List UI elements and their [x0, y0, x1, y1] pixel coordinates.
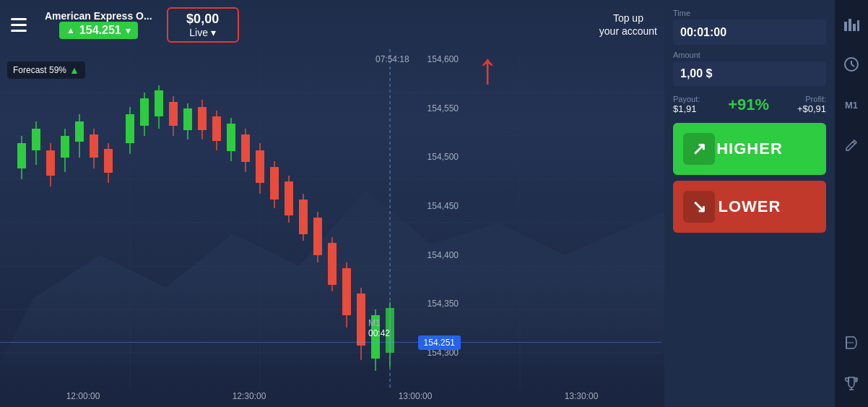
svg-rect-56 [342, 268, 351, 315]
time-label-3: 13:00:00 [399, 391, 433, 401]
live-row: Live ▾ [189, 27, 216, 38]
time-axis: 12:00:00 12:30:00 13:00:00 13:30:00 [0, 391, 664, 401]
price-label-2: 154,550 [428, 103, 459, 113]
svg-rect-64 [844, 22, 847, 31]
svg-rect-12 [17, 143, 26, 168]
svg-rect-40 [227, 124, 235, 151]
forecast-label: Forecast 59% [13, 65, 66, 75]
amount-input-group: Amount $ [673, 51, 826, 86]
svg-rect-36 [198, 107, 207, 130]
svg-rect-50 [299, 200, 308, 234]
svg-rect-44 [256, 150, 264, 183]
countdown-text: 00:42 [368, 328, 390, 338]
svg-rect-46 [270, 167, 279, 200]
amount-input[interactable] [673, 61, 826, 86]
svg-rect-48 [285, 181, 293, 215]
forecast-badge: Forecast 59% ▲ [7, 61, 85, 79]
svg-rect-28 [140, 98, 149, 126]
price-label-6: 154,350 [428, 299, 459, 309]
higher-arrow-icon: ↗ [683, 133, 715, 165]
hamburger-button[interactable] [7, 14, 30, 35]
current-price-badge: 154.251 [418, 335, 461, 350]
edit-icon-button[interactable] [838, 132, 864, 158]
book-icon-button[interactable] [838, 330, 864, 356]
svg-rect-32 [169, 102, 178, 126]
svg-rect-20 [75, 121, 84, 142]
time-input-row: 🕐 [673, 20, 826, 45]
top-up-button[interactable]: Top up your account [599, 12, 657, 38]
svg-rect-65 [849, 19, 851, 31]
control-panel: Time 🕐 Amount $ Payout: $1,91 +91% Profi… [664, 0, 835, 407]
time-label-4: 13:30:00 [565, 391, 599, 401]
amount-input-row: $ [673, 61, 826, 86]
price-label-4: 154,450 [428, 201, 459, 211]
time-label-1: 12:00:00 [66, 391, 100, 401]
profit-label: Profit: [805, 95, 826, 103]
lower-button[interactable]: ↘ LOWER [673, 181, 826, 233]
asset-price-row: ▲ 154.251 ▾ [59, 22, 138, 39]
red-arrow-indicator: ↑ [477, 47, 498, 90]
svg-rect-67 [857, 20, 859, 31]
svg-rect-52 [313, 218, 322, 255]
price-label-5: 154,400 [428, 250, 459, 260]
lower-arrow-icon: ↘ [683, 191, 715, 223]
chart-icon-button[interactable] [838, 11, 864, 37]
higher-button[interactable]: ↗ HIGHER [673, 123, 826, 175]
svg-rect-34 [183, 108, 192, 130]
m1-countdown: M1 00:42 [368, 318, 390, 338]
current-price-line [0, 342, 661, 343]
svg-rect-38 [212, 116, 221, 141]
svg-rect-22 [90, 134, 98, 158]
price-up-icon: ▲ [66, 25, 75, 35]
top-bar: American Express O... ▲ 154.251 ▾ $0,00 … [0, 0, 664, 49]
svg-rect-42 [241, 134, 250, 162]
payout-value: $1,91 [673, 103, 700, 114]
candlestick-chart [0, 49, 661, 389]
time-label-2: 12:30:00 [233, 391, 266, 401]
amount-label: Amount [673, 51, 826, 59]
svg-rect-26 [126, 114, 134, 143]
svg-rect-58 [357, 294, 365, 346]
higher-label: HIGHER [716, 140, 783, 158]
svg-rect-18 [61, 136, 69, 158]
side-icons-panel: M1 [835, 0, 868, 407]
svg-rect-24 [104, 149, 113, 173]
svg-rect-54 [328, 243, 337, 285]
profit-percent: +91% [700, 95, 797, 114]
chevron-down-icon: ▾ [126, 25, 131, 36]
svg-line-71 [853, 142, 855, 144]
asset-selector[interactable]: American Express O... ▲ 154.251 ▾ [45, 10, 152, 39]
chart-area: 07:54:18 M1 00:42 154,600 154,550 154,50… [0, 0, 664, 407]
svg-rect-30 [155, 90, 163, 116]
time-input-group: Time 🕐 [673, 9, 826, 45]
payout-row: Payout: $1,91 +91% Profit: +$0,91 [673, 92, 826, 117]
svg-line-70 [851, 64, 854, 67]
live-label: Live [189, 27, 208, 38]
profit-col: Profit: +$0,91 [797, 95, 826, 114]
asset-name: American Express O... [45, 10, 152, 22]
lower-label: LOWER [719, 197, 781, 216]
clock-icon-button[interactable] [838, 51, 864, 77]
balance-amount: $0,00 [186, 12, 219, 27]
forecast-up-icon: ▲ [69, 64, 79, 76]
payout-col: Payout: $1,91 [673, 95, 700, 114]
m1-label-button[interactable]: M1 [838, 92, 864, 118]
profit-value: +$0,91 [797, 103, 826, 114]
price-label-1: 154,600 [428, 54, 459, 64]
svg-rect-16 [46, 150, 55, 176]
live-chevron-icon: ▾ [211, 27, 216, 38]
svg-rect-14 [32, 129, 40, 150]
trophy-icon-button[interactable] [838, 370, 864, 396]
asset-price: 154.251 [79, 24, 121, 37]
time-label: Time [673, 9, 826, 17]
time-input[interactable] [673, 20, 826, 45]
payout-label: Payout: [673, 95, 700, 103]
svg-rect-66 [853, 24, 856, 31]
price-axis: 154,600 154,550 154,500 154,450 154,400 … [428, 54, 459, 358]
price-label-3: 154,500 [428, 152, 459, 162]
balance-box[interactable]: $0,00 Live ▾ [167, 7, 239, 43]
m1-text: M1 [368, 318, 381, 328]
time-top-label: 07:54:18 [376, 54, 409, 64]
